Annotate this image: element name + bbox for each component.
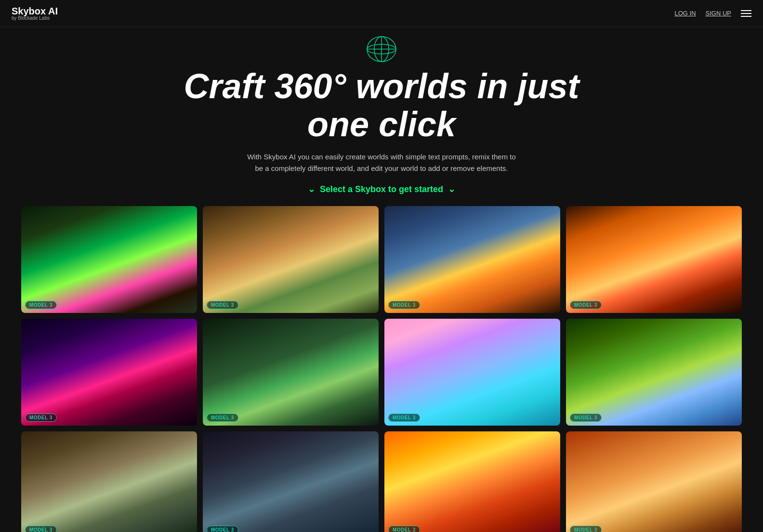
model-badge: MODEL 3 — [25, 301, 57, 309]
menu-line-3 — [741, 16, 751, 17]
select-skybox-label: Select a Skybox to get started — [320, 184, 443, 195]
logo[interactable]: Skybox AI by Blockade Labs — [12, 6, 58, 21]
gallery-item[interactable]: MODEL 3 — [21, 431, 197, 532]
model-badge: MODEL 3 — [25, 414, 57, 422]
hero-subtitle: With Skybox AI you can easily create wor… — [247, 151, 516, 174]
gallery-item[interactable]: MODEL 3 — [384, 431, 560, 532]
menu-line-1 — [741, 10, 751, 11]
model-badge: MODEL 3 — [207, 414, 238, 422]
gallery-item[interactable]: MODEL 3 — [203, 206, 379, 313]
gallery-item[interactable]: MODEL 3 — [21, 319, 197, 426]
model-badge: MODEL 3 — [388, 414, 420, 422]
hamburger-menu-button[interactable] — [741, 10, 751, 17]
signup-button[interactable]: SIGN UP — [706, 10, 731, 17]
model-badge: MODEL 3 — [207, 526, 238, 532]
navbar: Skybox AI by Blockade Labs LOG IN SIGN U… — [0, 0, 763, 27]
login-button[interactable]: LOG IN — [674, 10, 696, 17]
gallery-item[interactable]: MODEL 3 — [21, 206, 197, 313]
gallery-item[interactable]: MODEL 3 — [566, 431, 742, 532]
model-badge: MODEL 3 — [25, 526, 57, 532]
gallery-item[interactable]: MODEL 3 — [203, 319, 379, 426]
gallery-item[interactable]: MODEL 3 — [384, 206, 560, 313]
model-badge: MODEL 3 — [570, 526, 602, 532]
gallery-item[interactable]: MODEL 3 — [203, 431, 379, 532]
select-skybox-bar[interactable]: ⌄ Select a Skybox to get started ⌄ — [308, 184, 455, 195]
logo-subtitle: by Blockade Labs — [12, 16, 58, 21]
chevron-down-right-icon: ⌄ — [448, 184, 455, 195]
hero-title: Craft 360° worlds in just one click — [165, 67, 598, 143]
hero-section: Craft 360° worlds in just one click With… — [0, 0, 763, 206]
logo-title: Skybox AI — [12, 6, 58, 16]
model-badge: MODEL 3 — [388, 301, 420, 309]
gallery-item[interactable]: MODEL 3 — [384, 319, 560, 426]
model-badge: MODEL 3 — [570, 301, 602, 309]
globe-icon — [362, 35, 401, 64]
model-badge: MODEL 3 — [207, 301, 238, 309]
chevron-down-left-icon: ⌄ — [308, 184, 315, 195]
model-badge: MODEL 3 — [388, 526, 420, 532]
model-badge: MODEL 3 — [570, 414, 602, 422]
menu-line-2 — [741, 13, 751, 14]
gallery-item[interactable]: MODEL 3 — [566, 206, 742, 313]
gallery-item[interactable]: MODEL 3 — [566, 319, 742, 426]
nav-actions: LOG IN SIGN UP — [674, 10, 751, 17]
gallery-grid: MODEL 3MODEL 3MODEL 3MODEL 3MODEL 3MODEL… — [0, 206, 763, 532]
